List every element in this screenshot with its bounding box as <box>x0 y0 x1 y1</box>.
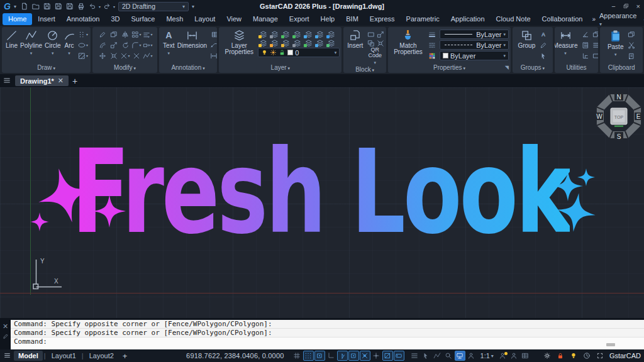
dimension-button[interactable]: Dimension <box>176 29 208 64</box>
dynamic-input-icon[interactable] <box>394 351 404 361</box>
annotation-visibility-icon[interactable] <box>466 351 477 361</box>
group-select-icon[interactable] <box>538 50 548 61</box>
grid-display-icon[interactable] <box>303 351 314 361</box>
ribbon-tab-mesh[interactable]: Mesh <box>160 13 189 25</box>
copy-icon[interactable] <box>108 29 119 40</box>
command-history-line[interactable]: Command: Specify opposite corner or [Fen… <box>11 320 644 329</box>
line-button[interactable]: Line <box>4 29 19 64</box>
lineweight-list-icon[interactable] <box>427 29 438 40</box>
panel-label-groups[interactable]: Groups <box>513 64 553 73</box>
ribbon-tab-surface[interactable]: Surface <box>126 13 161 25</box>
layout-tab-layout1[interactable]: Layout1 <box>47 351 80 361</box>
copy-settings-icon[interactable] <box>591 29 598 40</box>
linetype-select[interactable]: ByLayer▾ <box>440 40 509 50</box>
new-tab-button[interactable]: + <box>72 76 77 86</box>
ribbon-tab-parametric[interactable]: Parametric <box>401 13 445 25</box>
command-input-line[interactable]: Command: <box>11 337 644 349</box>
security-lock-icon[interactable] <box>555 351 566 361</box>
lineweight-select[interactable]: ByLayer▾ <box>440 30 509 39</box>
panel-label-clipboard[interactable]: Clipboard <box>600 64 643 73</box>
minimize-button[interactable]: − <box>611 3 615 10</box>
settings-gear-icon[interactable] <box>542 351 553 361</box>
redo-chevron-icon[interactable]: ▾ <box>113 4 115 9</box>
selection-cursor-icon[interactable] <box>421 351 431 361</box>
object-snap-3d-icon[interactable] <box>360 351 370 361</box>
rectangle-icon[interactable] <box>591 50 598 61</box>
mirror-icon[interactable] <box>119 29 130 40</box>
block-explode-icon[interactable] <box>375 38 386 48</box>
save-icon[interactable] <box>42 1 52 11</box>
annotation-scale-sync-icon[interactable] <box>509 351 519 361</box>
toolbar-options-icon[interactable]: ▾ <box>192 4 194 9</box>
color-select[interactable]: ByLayer▾ <box>440 51 509 60</box>
add-layout-button[interactable]: + <box>121 351 130 361</box>
polar-tracking-icon[interactable] <box>337 351 348 361</box>
circle-button[interactable]: Circle <box>43 29 62 64</box>
layer-previous-icon[interactable] <box>292 38 303 48</box>
rotate-icon[interactable] <box>119 40 130 50</box>
annotation-auto-icon[interactable] <box>497 351 508 361</box>
gstarcad-logo-icon[interactable]: G <box>4 2 11 11</box>
plot-icon[interactable] <box>76 1 86 11</box>
join-icon[interactable]: ▾ <box>142 50 153 61</box>
redo-icon[interactable] <box>102 1 112 11</box>
layer-current-icon[interactable] <box>269 38 280 48</box>
linetype-list-icon[interactable] <box>427 40 438 50</box>
panel-label-utilities[interactable]: Utilities <box>555 64 599 73</box>
leader-icon[interactable]: ▾ <box>209 40 217 50</box>
array-icon[interactable]: ▾ <box>131 29 142 40</box>
arc-button[interactable]: Arc <box>62 29 77 64</box>
calculator-icon[interactable] <box>580 40 591 50</box>
point-style-icon[interactable]: ▾ <box>78 29 89 40</box>
sheet-menu-icon[interactable] <box>3 77 11 85</box>
snap-grid-icon[interactable] <box>292 351 303 361</box>
layout-tab-layout2[interactable]: Layout2 <box>85 351 118 361</box>
view-cube[interactable]: N E S W TOP <box>594 91 644 141</box>
workspace-list-icon[interactable] <box>520 351 531 361</box>
undo-chevron-icon[interactable]: ▾ <box>99 4 101 9</box>
qr-code-button[interactable]: QR Code <box>365 47 384 66</box>
time-clock-icon[interactable] <box>582 351 592 361</box>
ribbon-tab-application[interactable]: Application <box>445 13 491 25</box>
object-snap-icon[interactable] <box>348 351 359 361</box>
ribbon-tab-express[interactable]: Express <box>364 13 401 25</box>
snap-mode-icon[interactable] <box>314 351 325 361</box>
ribbon-tab-export[interactable]: Export <box>284 13 315 25</box>
panel-label-layer[interactable]: Layer <box>219 64 341 73</box>
dynamic-ucs-icon[interactable] <box>382 351 393 361</box>
ribbon-tab-annotation[interactable]: Annotation <box>61 13 106 25</box>
layer-stack-icon[interactable] <box>591 40 598 50</box>
layer-walk-icon[interactable] <box>326 38 336 48</box>
trim-icon[interactable]: ▾ <box>119 50 130 61</box>
color-palette-icon[interactable] <box>427 50 438 61</box>
panel-label-block[interactable]: Block <box>343 66 386 73</box>
status-menu-icon[interactable] <box>3 352 11 360</box>
command-close-icon[interactable]: ✕ <box>3 322 8 331</box>
selection-cycling-icon[interactable] <box>432 351 443 361</box>
undo-icon[interactable] <box>87 1 97 11</box>
layer-properties-button[interactable]: Layer Properties <box>221 29 257 64</box>
align-icon[interactable]: ▾ <box>142 29 153 40</box>
group-button[interactable]: Group <box>516 29 536 64</box>
command-history-line[interactable]: Command: Specify opposite corner or [Fen… <box>11 329 644 337</box>
polyline-button[interactable]: Polyline <box>19 29 43 64</box>
drawing-canvas[interactable]: Fresh Look N E S W TOP <box>0 87 644 318</box>
tab-close-icon[interactable]: ✕ <box>58 77 64 85</box>
panel-label-draw[interactable]: Draw <box>2 64 91 73</box>
layer-unlock-icon[interactable] <box>258 38 269 48</box>
paste-button[interactable]: Paste <box>606 29 625 64</box>
ribbon-tab-insert[interactable]: Insert <box>32 13 61 25</box>
hatch-icon[interactable]: ▾ <box>78 50 89 61</box>
isolate-objects-icon[interactable] <box>409 351 420 361</box>
workspace-selector[interactable]: 2D Drafting ▾ <box>118 2 189 11</box>
restore-button[interactable] <box>623 3 629 10</box>
group-name-icon[interactable] <box>538 29 548 40</box>
appearance-menu[interactable]: Appearance ▾ <box>599 12 636 27</box>
layer-select[interactable]: 0 ▾ <box>258 48 340 57</box>
command-line-area[interactable]: Command: Specify opposite corner or [Fen… <box>11 320 644 349</box>
insert-block-button[interactable]: Insert <box>346 29 364 66</box>
group-edit-icon[interactable] <box>538 40 548 50</box>
zoom-search-icon[interactable] <box>443 351 454 361</box>
ortho-mode-icon[interactable] <box>326 351 336 361</box>
ribbon-tabs-overflow-icon[interactable]: » <box>588 16 599 23</box>
